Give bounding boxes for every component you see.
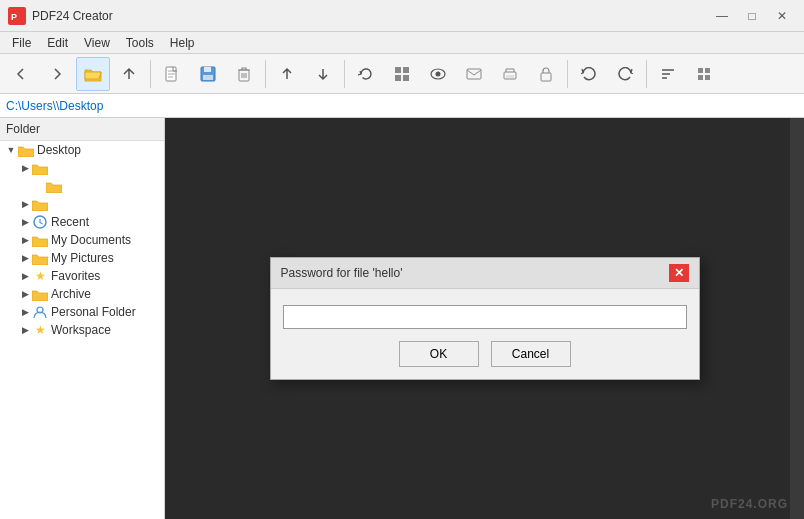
svg-rect-13 (467, 69, 481, 79)
password-input[interactable] (283, 305, 687, 329)
open-folder-button[interactable] (76, 57, 110, 91)
sidebar-item-sub2[interactable]: ▶ (0, 195, 164, 213)
folder-icon-my-documents (32, 233, 48, 247)
delete-button[interactable] (227, 57, 261, 91)
menu-file[interactable]: File (4, 34, 39, 52)
tool1-button[interactable] (385, 57, 419, 91)
maximize-button[interactable]: □ (738, 5, 766, 27)
separator-2 (265, 60, 266, 88)
svg-rect-18 (705, 68, 710, 73)
folder-icon-desktop (18, 143, 34, 157)
breadcrumb-users[interactable]: C:\Users\ (6, 99, 56, 113)
toggle-workspace[interactable]: ▶ (18, 323, 32, 337)
sort-button[interactable] (651, 57, 685, 91)
svg-point-12 (436, 71, 441, 76)
sidebar: Folder ▼ Desktop ▶ ▶ (0, 118, 165, 519)
new-button[interactable] (155, 57, 189, 91)
menu-bar: File Edit View Tools Help (0, 32, 804, 54)
sidebar-item-recent[interactable]: ▶ Recent (0, 213, 164, 231)
svg-rect-7 (395, 67, 401, 73)
toggle-recent[interactable]: ▶ (18, 215, 32, 229)
close-button[interactable]: ✕ (768, 5, 796, 27)
password-dialog: Password for file 'hello' ✕ OK Cancel (270, 257, 700, 380)
toggle-sub1-1[interactable] (32, 179, 46, 193)
clock-icon-recent (32, 215, 48, 229)
svg-rect-9 (395, 75, 401, 81)
content-area: a Drop a document here to edit it PDF24.… (165, 118, 804, 519)
back-button[interactable] (4, 57, 38, 91)
main-area: Folder ▼ Desktop ▶ ▶ (0, 118, 804, 519)
sidebar-item-desktop[interactable]: ▼ Desktop (0, 141, 164, 159)
sidebar-label-favorites: Favorites (51, 269, 100, 283)
sidebar-label-recent: Recent (51, 215, 89, 229)
dialog-title: Password for file 'hello' (281, 266, 403, 280)
sidebar-item-workspace[interactable]: ▶ ★ Workspace (0, 321, 164, 339)
preview-button[interactable] (421, 57, 455, 91)
secure-button[interactable] (529, 57, 563, 91)
undo-button[interactable] (572, 57, 606, 91)
dialog-overlay: Password for file 'hello' ✕ OK Cancel (165, 118, 804, 519)
rotate-left-button[interactable] (349, 57, 383, 91)
menu-help[interactable]: Help (162, 34, 203, 52)
redo-button[interactable] (608, 57, 642, 91)
sidebar-label-personal-folder: Personal Folder (51, 305, 136, 319)
sidebar-item-my-pictures[interactable]: ▶ My Pictures (0, 249, 164, 267)
svg-rect-8 (403, 67, 409, 73)
separator-3 (344, 60, 345, 88)
svg-rect-19 (698, 75, 703, 80)
svg-rect-4 (204, 67, 211, 72)
folder-section-label: Folder (0, 118, 164, 141)
minimize-button[interactable]: — (708, 5, 736, 27)
app-title: PDF24 Creator (32, 9, 708, 23)
print-button[interactable] (493, 57, 527, 91)
sidebar-label-archive: Archive (51, 287, 91, 301)
folder-icon-sub1-1 (46, 179, 62, 193)
grid-view-button[interactable] (687, 57, 721, 91)
sidebar-item-archive[interactable]: ▶ Archive (0, 285, 164, 303)
menu-edit[interactable]: Edit (39, 34, 76, 52)
move-down-button[interactable] (306, 57, 340, 91)
sidebar-label-my-documents: My Documents (51, 233, 131, 247)
toggle-personal-folder[interactable]: ▶ (18, 305, 32, 319)
svg-text:P: P (11, 12, 17, 22)
sidebar-item-favorites[interactable]: ▶ ★ Favorites (0, 267, 164, 285)
sidebar-item-my-documents[interactable]: ▶ My Documents (0, 231, 164, 249)
sidebar-item-sub1-1[interactable] (0, 177, 164, 195)
toggle-sub2[interactable]: ▶ (18, 197, 32, 211)
sidebar-label-workspace: Workspace (51, 323, 111, 337)
toggle-desktop[interactable]: ▼ (4, 143, 18, 157)
toggle-my-documents[interactable]: ▶ (18, 233, 32, 247)
breadcrumb-desktop[interactable]: \Desktop (56, 99, 103, 113)
move-up-button[interactable] (270, 57, 304, 91)
toggle-archive[interactable]: ▶ (18, 287, 32, 301)
app-logo: P (8, 7, 26, 25)
forward-button[interactable] (40, 57, 74, 91)
up-button[interactable] (112, 57, 146, 91)
breadcrumb: C:\Users\ \Desktop (0, 94, 804, 118)
svg-rect-5 (203, 75, 213, 80)
ok-button[interactable]: OK (399, 341, 479, 367)
toggle-my-pictures[interactable]: ▶ (18, 251, 32, 265)
dialog-buttons: OK Cancel (283, 341, 687, 367)
person-icon-personal-folder (32, 305, 48, 319)
toggle-sub1[interactable]: ▶ (18, 161, 32, 175)
dialog-close-button[interactable]: ✕ (669, 264, 689, 282)
dialog-body: OK Cancel (271, 289, 699, 379)
title-bar: P PDF24 Creator — □ ✕ (0, 0, 804, 32)
separator-1 (150, 60, 151, 88)
menu-view[interactable]: View (76, 34, 118, 52)
sidebar-label-desktop: Desktop (37, 143, 81, 157)
star-icon-workspace: ★ (32, 323, 48, 337)
cancel-button[interactable]: Cancel (491, 341, 571, 367)
sidebar-item-personal-folder[interactable]: ▶ Personal Folder (0, 303, 164, 321)
window-controls: — □ ✕ (708, 5, 796, 27)
save-button[interactable] (191, 57, 225, 91)
folder-icon-archive (32, 287, 48, 301)
svg-rect-16 (541, 73, 551, 81)
menu-tools[interactable]: Tools (118, 34, 162, 52)
folder-icon-my-pictures (32, 251, 48, 265)
sidebar-item-sub1[interactable]: ▶ (0, 159, 164, 177)
email-button[interactable] (457, 57, 491, 91)
separator-4 (567, 60, 568, 88)
toggle-favorites[interactable]: ▶ (18, 269, 32, 283)
